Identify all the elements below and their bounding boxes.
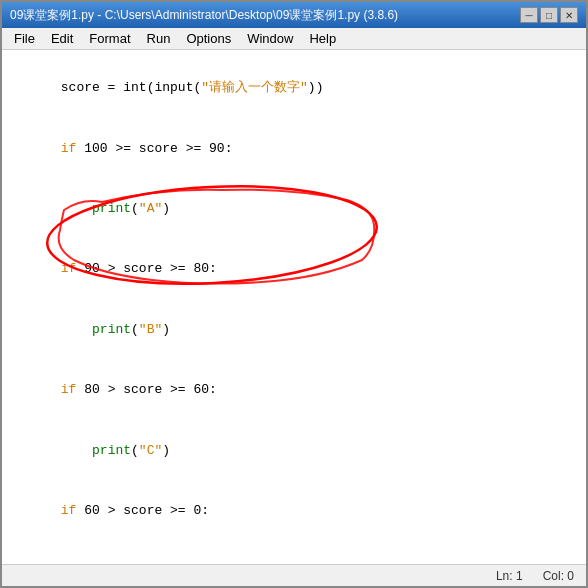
code-editor[interactable]: score = int(input("请输入一个数字")) if 100 >= … [2,50,586,564]
menu-help[interactable]: Help [301,29,344,48]
status-bar: Ln: 1 Col: 0 [2,564,586,586]
menu-run[interactable]: Run [139,29,179,48]
menu-window[interactable]: Window [239,29,301,48]
code-line-8: if 60 > score >= 0: [14,481,578,541]
close-button[interactable]: ✕ [560,7,578,23]
title-text: 09课堂案例1.py - C:\Users\Administrator\Desk… [10,7,398,24]
code-line-5: print("B") [14,300,578,360]
code-line-7: print("C") [14,421,578,481]
minimize-button[interactable]: ─ [520,7,538,23]
menu-bar: File Edit Format Run Options Window Help [2,28,586,50]
menu-format[interactable]: Format [81,29,138,48]
maximize-button[interactable]: □ [540,7,558,23]
code-line-6: if 80 > score >= 60: [14,360,578,420]
menu-options[interactable]: Options [178,29,239,48]
menu-edit[interactable]: Edit [43,29,81,48]
code-line-4: if 90 > score >= 80: [14,239,578,299]
code-line-9: print("D") [14,541,578,564]
menu-file[interactable]: File [6,29,43,48]
code-line-1: score = int(input("请输入一个数字")) [14,58,578,118]
window-controls: ─ □ ✕ [520,7,578,23]
code-line-3: print("A") [14,179,578,239]
code-line-2: if 100 >= score >= 90: [14,118,578,178]
main-window: 09课堂案例1.py - C:\Users\Administrator\Desk… [0,0,588,588]
title-bar: 09课堂案例1.py - C:\Users\Administrator\Desk… [2,2,586,28]
line-indicator: Ln: 1 [496,569,523,583]
col-indicator: Col: 0 [543,569,574,583]
